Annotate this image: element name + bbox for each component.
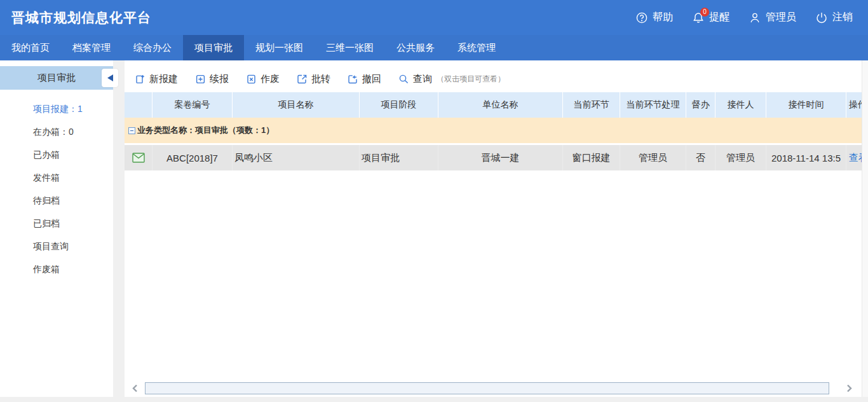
power-icon [815,11,828,24]
scroll-right-button[interactable] [844,383,854,394]
sidebar-main-divider [113,60,125,402]
col-case-number: 案卷编号 [153,92,233,118]
logout-label: 注销 [832,11,853,24]
cell-supervise: 否 [686,145,715,170]
col-operations: 操作 [846,92,862,118]
sidebar-item-done-box[interactable]: 已办箱 [0,143,113,166]
search-button[interactable]: 查询 [398,73,432,85]
user-label: 管理员 [766,11,796,24]
group-label: 业务类型名称：项目审批（项数：1） [137,125,274,136]
cell-project-name: 凤鸣小区 [233,145,360,170]
new-report-icon [135,74,146,85]
collapse-group-icon[interactable] [128,127,135,134]
col-receive-time: 接件时间 [766,92,846,118]
tab-archive-mgmt[interactable]: 档案管理 [61,35,122,60]
col-project-name: 项目名称 [233,92,360,118]
help-button[interactable]: 帮助 [635,11,673,24]
reminder-button[interactable]: 0 提醒 [692,11,729,24]
sidebar-item-to-archive[interactable]: 待归档 [0,189,113,212]
sidebar-item-project-query[interactable]: 项目查询 [0,235,113,258]
sidebar-item-archived[interactable]: 已归档 [0,212,113,235]
sidebar-menu: 项目报建：1 在办箱：0 已办箱 发件箱 待归档 已归档 项目查询 作废箱 [0,97,113,281]
tab-3d-map[interactable]: 三维一张图 [315,35,385,60]
continue-report-label: 续报 [210,73,229,85]
search-icon [398,74,409,85]
horizontal-scrollbar [125,382,862,395]
new-report-label: 新报建 [149,73,178,85]
col-project-stage: 项目阶段 [360,92,438,118]
sidebar-collapse-button[interactable] [102,69,118,87]
results-table: 案卷编号 项目名称 项目阶段 单位名称 当前环节 当前环节处理 督办 接件人 接… [125,92,862,170]
transfer-button[interactable]: 批转 [297,73,330,85]
transfer-label: 批转 [311,73,330,85]
col-unit-name: 单位名称 [438,92,563,118]
bottom-strip [0,397,868,402]
user-icon [749,11,761,24]
col-icon [125,92,153,118]
app-window: 晋城市规划信息化平台 帮助 0 提醒 管理员 [0,0,868,402]
vertical-scrollbar-gutter[interactable] [862,60,868,402]
withdraw-icon [348,74,358,85]
cell-current-step-handler: 管理员 [620,145,686,170]
bell-icon: 0 [692,11,705,24]
table-row[interactable]: ABC[2018]7 凤鸣小区 项目审批 晋城一建 窗口报建 管理员 否 管理员… [125,145,862,170]
tab-general-office[interactable]: 综合办公 [122,35,183,60]
view-link[interactable]: 查看 [849,152,862,164]
sidebar: 项目审批 项目报建：1 在办箱：0 已办箱 发件箱 待归档 已归档 项目查询 作… [0,60,113,402]
scroll-left-button[interactable] [130,383,140,394]
col-supervise: 督办 [686,92,715,118]
help-icon [635,11,648,24]
void-label: 作废 [261,73,280,85]
sidebar-title: 项目审批 [0,66,113,90]
cell-receiver: 管理员 [715,145,766,170]
user-menu[interactable]: 管理员 [749,11,796,24]
col-receiver: 接件人 [715,92,766,118]
sidebar-item-project-filing[interactable]: 项目报建：1 [0,97,113,120]
cell-unit-name: 晋城一建 [438,145,563,170]
action-toolbar: 新报建 续报 作废 批转 撤回 查询 （双击项目可查看） [125,66,862,92]
tab-my-home[interactable]: 我的首页 [0,35,61,60]
collapse-left-icon [107,74,113,81]
col-current-step: 当前环节 [563,92,620,118]
reminder-badge: 0 [700,8,709,17]
sidebar-item-void-box[interactable]: 作废箱 [0,258,113,281]
tab-public-service[interactable]: 公共服务 [385,35,446,60]
sidebar-item-inbox-active[interactable]: 在办箱：0 [0,120,113,143]
envelope-icon [132,153,145,163]
transfer-icon [297,74,308,85]
sidebar-title-label: 项目审批 [37,72,76,84]
new-report-button[interactable]: 新报建 [135,73,178,85]
main-nav: 我的首页 档案管理 综合办公 项目审批 规划一张图 三维一张图 公共服务 系统管… [0,35,868,60]
continue-report-button[interactable]: 续报 [195,73,229,85]
cell-project-stage: 项目审批 [360,145,438,170]
cell-current-step: 窗口报建 [563,145,620,170]
chevron-left-icon [132,384,138,392]
withdraw-label: 撤回 [362,73,381,85]
sidebar-item-outbox[interactable]: 发件箱 [0,166,113,189]
tab-project-approval[interactable]: 项目审批 [183,35,244,60]
continue-report-icon [195,74,206,85]
scrollbar-thumb[interactable] [145,382,829,394]
void-icon [246,74,257,85]
search-label: 查询 [413,73,432,85]
logout-button[interactable]: 注销 [815,11,853,24]
table-header-row: 案卷编号 项目名称 项目阶段 单位名称 当前环节 当前环节处理 督办 接件人 接… [125,92,862,118]
header-actions: 帮助 0 提醒 管理员 注销 [635,11,868,24]
chevron-right-icon [846,384,852,392]
app-header: 晋城市规划信息化平台 帮助 0 提醒 管理员 [0,0,868,35]
group-row: 业务类型名称：项目审批（项数：1） [125,118,862,143]
cell-case-number: ABC[2018]7 [153,145,233,170]
withdraw-button[interactable]: 撤回 [348,73,381,85]
cell-receive-time: 2018-11-14 13:5 [766,145,846,170]
search-hint: （双击项目可查看） [437,74,505,85]
main-panel: 新报建 续报 作废 批转 撤回 查询 （双击项目可查看） [125,60,862,402]
col-current-step-handler: 当前环节处理 [620,92,686,118]
help-label: 帮助 [653,11,673,24]
page-title: 晋城市规划信息化平台 [0,9,151,27]
reminder-label: 提醒 [709,11,729,24]
tab-system-mgmt[interactable]: 系统管理 [446,35,507,60]
tab-planning-map[interactable]: 规划一张图 [244,35,315,60]
void-button[interactable]: 作废 [246,73,280,85]
